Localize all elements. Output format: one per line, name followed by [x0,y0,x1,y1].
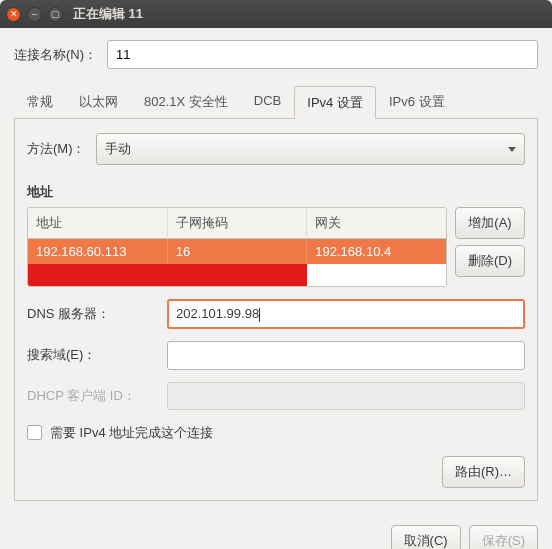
tab-ipv4[interactable]: IPv4 设置 [294,86,376,119]
chevron-down-icon [508,147,516,152]
dhcp-client-id-input [167,382,525,410]
text-cursor [259,308,260,322]
addresses-label: 地址 [27,183,525,201]
save-button: 保存(S) [469,525,538,549]
tab-ethernet[interactable]: 以太网 [66,85,131,118]
search-domain-input[interactable] [167,341,525,370]
method-value: 手动 [105,140,131,158]
tab-ipv6[interactable]: IPv6 设置 [376,85,458,118]
table-header: 地址 子网掩码 网关 [28,208,446,239]
tab-general[interactable]: 常规 [14,85,66,118]
routes-button[interactable]: 路由(R)… [442,456,525,488]
dhcp-client-id-label: DHCP 客户端 ID： [27,387,157,405]
col-netmask: 子网掩码 [168,208,308,239]
cancel-button[interactable]: 取消(C) [391,525,461,549]
connection-name-input[interactable] [107,40,538,69]
address-table[interactable]: 地址 子网掩码 网关 192.168.60.113 16 192.168.10.… [27,207,447,287]
search-domain-label: 搜索域(E)： [27,346,157,364]
ipv4-panel: 方法(M)： 手动 地址 地址 子网掩码 网关 192.168.60.113 1… [14,119,538,501]
dns-input[interactable]: 202.101.99.98 [167,299,525,329]
cell-address: 192.168.60.113 [28,239,168,264]
cell-gateway-empty[interactable] [307,264,446,286]
cell-gateway: 192.168.10.4 [307,239,446,264]
dns-label: DNS 服务器： [27,305,157,323]
cell-netmask: 16 [168,239,308,264]
col-address: 地址 [28,208,168,239]
close-icon[interactable]: ✕ [6,7,21,22]
titlebar: ✕ – ▢ 正在编辑 11 [0,0,552,28]
minimize-icon[interactable]: – [27,7,42,22]
connection-name-label: 连接名称(N)： [14,46,97,64]
dialog-footer: 取消(C) 保存(S) [0,513,552,549]
window-title: 正在编辑 11 [73,5,143,23]
cell-netmask-empty[interactable] [167,264,306,286]
require-ipv4-checkbox[interactable] [27,425,42,440]
tab-dcb[interactable]: DCB [241,85,294,118]
maximize-icon[interactable]: ▢ [48,7,63,22]
tab-8021x[interactable]: 802.1X 安全性 [131,85,241,118]
require-ipv4-label: 需要 IPv4 地址完成这个连接 [50,424,213,442]
delete-button[interactable]: 删除(D) [455,245,525,277]
method-select[interactable]: 手动 [96,133,526,165]
method-label: 方法(M)： [27,140,86,158]
col-gateway: 网关 [307,208,446,239]
cell-address-empty[interactable] [28,264,167,286]
table-row[interactable]: 192.168.60.113 16 192.168.10.4 [28,239,446,264]
tabs: 常规 以太网 802.1X 安全性 DCB IPv4 设置 IPv6 设置 [14,85,538,119]
table-row[interactable] [28,264,446,286]
add-button[interactable]: 增加(A) [455,207,525,239]
